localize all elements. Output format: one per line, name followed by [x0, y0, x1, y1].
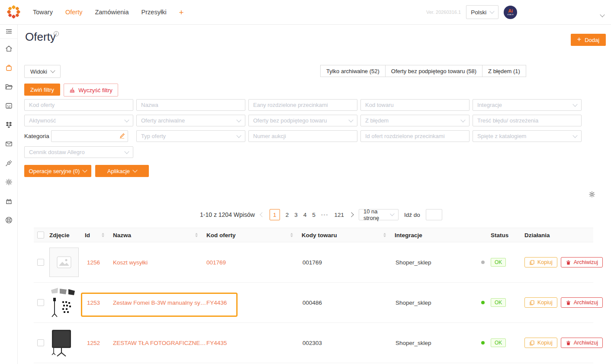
- bot-icon[interactable]: [5, 102, 13, 110]
- prev-page-chevron-icon[interactable]: [260, 213, 264, 216]
- add-offer-button[interactable]: + Dodaj: [571, 34, 606, 46]
- page-last[interactable]: 121: [334, 212, 344, 218]
- offer-id-link[interactable]: 1256: [87, 259, 100, 266]
- col-kod-oferty-sort[interactable]: Kod oferty: [206, 228, 302, 242]
- trash-icon: [566, 300, 571, 306]
- nav-towary[interactable]: Towary: [33, 9, 53, 16]
- product-image[interactable]: [49, 287, 77, 319]
- language-select[interactable]: Polski: [466, 5, 498, 19]
- home-icon[interactable]: [5, 45, 13, 53]
- trash-icon: [566, 340, 571, 346]
- filter-id-ofert-input[interactable]: [360, 130, 470, 142]
- chevron-down-icon: [572, 102, 577, 106]
- plug-icon[interactable]: [5, 159, 13, 167]
- page-5[interactable]: 5: [312, 212, 315, 218]
- bulk-operations-dropdown[interactable]: Operacje seryjne (0): [24, 165, 91, 177]
- trash-icon: [566, 260, 571, 265]
- integrations-icon[interactable]: [5, 121, 13, 129]
- plus-icon: +: [577, 35, 581, 43]
- add-tab-button[interactable]: +: [179, 8, 184, 16]
- archive-button[interactable]: Archiwizuj: [561, 338, 603, 348]
- settings-gear-icon[interactable]: [5, 178, 13, 186]
- offer-id-link[interactable]: 1252: [87, 340, 100, 346]
- row-checkbox[interactable]: [37, 299, 44, 306]
- collapse-filters-button[interactable]: Zwiń filtry: [24, 84, 60, 96]
- next-page-chevron-icon[interactable]: [350, 213, 353, 216]
- offer-name-link[interactable]: Zestaw Fomei B-3W manualny syst...: [113, 300, 206, 306]
- applications-dropdown[interactable]: Aplikacje: [95, 165, 149, 177]
- avatar[interactable]: Ai 4SALE: [504, 6, 517, 19]
- col-nazwa-sort[interactable]: Nazwa: [113, 228, 206, 242]
- filter-numer-aukcji-input[interactable]: [248, 130, 357, 142]
- filter-eany-input[interactable]: [248, 99, 357, 111]
- page-1-active[interactable]: 1: [270, 209, 280, 220]
- status-badge: OK: [491, 258, 506, 267]
- premium-crown-icon[interactable]: [5, 197, 13, 205]
- page-3[interactable]: 3: [294, 212, 298, 218]
- filter-kategoria-input[interactable]: [51, 130, 128, 142]
- row-checkbox[interactable]: [37, 339, 44, 346]
- offer-name-link[interactable]: ZESTAW TŁA FOTOGRAFICZNEGO ...: [113, 340, 206, 346]
- copy-button[interactable]: Kopiuj: [524, 338, 557, 348]
- info-icon[interactable]: [53, 31, 59, 37]
- filter-spiete-select[interactable]: Spięte z katalogiem: [473, 130, 582, 142]
- offer-id-link[interactable]: 1253: [87, 300, 100, 306]
- tab-oferty-bez-towaru[interactable]: Oferty bez podpiętego towaru (58): [385, 65, 482, 77]
- filter-z-bledem-select[interactable]: Z błędem: [360, 115, 470, 126]
- filter-cennik-allegro-select[interactable]: Cennik dostaw Allegro: [24, 146, 133, 158]
- tab-tylko-archiwalne[interactable]: Tylko archiwalne (52): [320, 65, 386, 77]
- offer-code-link[interactable]: FY4436: [206, 300, 227, 306]
- filter-integracje-select[interactable]: Integracje: [473, 99, 582, 111]
- col-id-sort[interactable]: Id: [85, 228, 113, 242]
- filter-nazwa-input[interactable]: [136, 99, 245, 111]
- nav-oferty[interactable]: Oferty: [65, 9, 82, 16]
- folder-icon[interactable]: [5, 83, 13, 91]
- pencil-icon[interactable]: [119, 133, 125, 139]
- nav-zamowienia[interactable]: Zamówienia: [95, 9, 129, 16]
- goto-page-input[interactable]: [426, 209, 442, 220]
- archive-button[interactable]: Archiwizuj: [561, 257, 603, 267]
- integration-name: Shoper_sklep: [396, 340, 431, 346]
- top-navigation: Towary Oferty Zamówienia Przesyłki +: [33, 0, 184, 24]
- col-integracje: Integracje: [395, 228, 481, 242]
- select-all-checkbox[interactable]: [37, 232, 44, 238]
- filter-typ-oferty-select[interactable]: Typ oferty: [136, 130, 245, 142]
- views-dropdown[interactable]: Widoki: [24, 65, 61, 78]
- filter-tresc-bledu-input[interactable]: [473, 115, 582, 126]
- page-4[interactable]: 4: [303, 212, 307, 218]
- offer-code-link[interactable]: FY4435: [206, 340, 227, 346]
- col-kody-towaru-sort[interactable]: Kody towaru: [302, 228, 395, 242]
- page-ellipsis[interactable]: •••: [321, 212, 329, 217]
- copy-button[interactable]: Kopiuj: [524, 257, 557, 267]
- product-image[interactable]: [49, 329, 74, 357]
- status-badge: OK: [491, 338, 506, 347]
- page-2[interactable]: 2: [286, 212, 289, 218]
- offer-code-link[interactable]: 001769: [206, 259, 226, 266]
- copy-button[interactable]: Kopiuj: [524, 297, 557, 308]
- menu-collapse-icon[interactable]: [0, 24, 17, 39]
- collapse-header-chevron-icon[interactable]: [601, 10, 604, 18]
- row-checkbox[interactable]: [37, 259, 44, 266]
- product-image-placeholder[interactable]: [49, 248, 79, 277]
- mail-icon[interactable]: [5, 140, 13, 148]
- clear-filters-button[interactable]: Wyczyść filtry: [64, 84, 118, 97]
- filter-kod-oferty-input[interactable]: [24, 99, 133, 111]
- page-size-select[interactable]: 10 na stronę: [359, 209, 399, 220]
- sort-icon: [102, 233, 104, 237]
- filter-oferty-bez-towaru-select[interactable]: Oferty bez podpiętego towaru: [248, 115, 357, 126]
- help-icon[interactable]: [5, 216, 13, 224]
- table-settings-gear-icon[interactable]: [588, 190, 596, 198]
- tab-z-bledem[interactable]: Z błędem (1): [482, 65, 526, 77]
- col-status: Status: [481, 228, 524, 242]
- lighting-kit-photo: [49, 287, 77, 319]
- app-logo-icon[interactable]: [7, 5, 20, 19]
- copy-icon: [529, 260, 535, 265]
- filter-kod-towaru-input[interactable]: [360, 99, 470, 111]
- filter-oferty-archiwalne-select[interactable]: Oferty archiwalne: [136, 115, 245, 126]
- products-bag-icon[interactable]: [5, 64, 13, 72]
- nav-przesylki[interactable]: Przesyłki: [141, 9, 167, 16]
- chevron-down-icon: [132, 168, 137, 172]
- archive-button[interactable]: Archiwizuj: [561, 297, 603, 308]
- filter-aktywnosc-select[interactable]: Aktywność: [24, 115, 133, 126]
- offer-name-link[interactable]: Koszt wysyłki: [113, 259, 148, 266]
